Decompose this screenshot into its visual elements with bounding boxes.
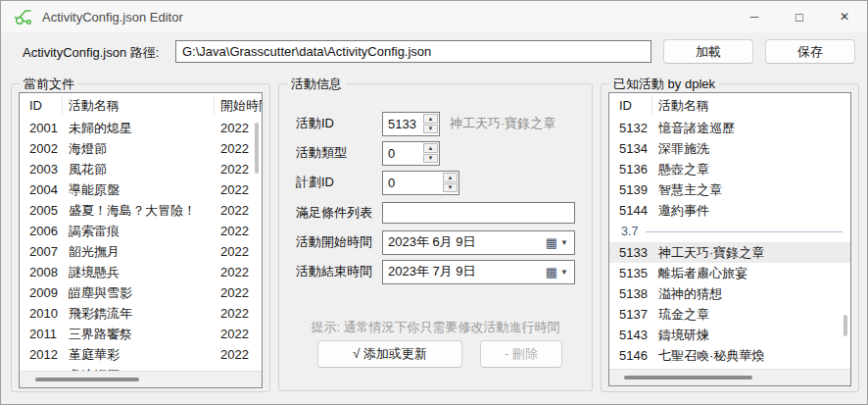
activity-info-group: 活動信息 活動ID 5133 ▲▼ 神工天巧·寶錄之章 活動類型 0 ▲▼ 計劃… <box>278 83 593 391</box>
activity-id-spinner[interactable]: 5133 ▲▼ <box>382 112 440 136</box>
cell-id: 2005 <box>20 200 63 221</box>
table-row[interactable]: 2008謎境懸兵2022 <box>20 262 262 282</box>
activity-info-title: 活動信息 <box>287 76 346 91</box>
cell-id: 2006 <box>20 221 63 241</box>
table-row[interactable]: 5133神工天巧·寶錄之章 <box>609 242 850 263</box>
table-row[interactable]: 2006謁索雷痕2022 <box>20 221 262 241</box>
schedule-id-value[interactable]: 0 <box>383 172 442 194</box>
table-row[interactable]: 5135離垢者肅心旅宴 <box>609 263 850 283</box>
spin-up-icon[interactable]: ▲ <box>423 143 438 153</box>
cell-start: 2022 <box>215 262 262 282</box>
table-row[interactable]: 5143鑄境研煉 <box>609 325 850 345</box>
cell-name: 皚塵與雪影 <box>63 282 215 303</box>
cell-name: 韶光撫月 <box>63 241 215 262</box>
table-row[interactable]: 2007韶光撫月2022 <box>20 241 262 262</box>
table-row[interactable]: 5146七聖召喚·秘典華煥 <box>609 345 850 366</box>
table-row[interactable]: 5139智慧主之章 <box>609 179 850 200</box>
grasscutter-logo-icon <box>14 8 33 25</box>
dropdown-arrow-icon[interactable]: ▼ <box>560 268 568 277</box>
cell-id: 5146 <box>609 345 652 366</box>
end-time-label: 活動結束時間 <box>296 263 382 280</box>
table-row[interactable]: 5136懸壺之章 <box>609 159 850 179</box>
cell-start: 2022 <box>215 324 262 344</box>
schedule-id-spinner[interactable]: 0 ▲▼ <box>382 171 459 195</box>
table-row[interactable]: 2012堇庭華彩2022 <box>20 344 262 365</box>
cell-id: 5144 <box>609 200 652 221</box>
table-row[interactable]: 2003風花節2022 <box>20 159 262 179</box>
table-row[interactable]: 5134深罪施洗 <box>609 138 850 159</box>
table-row[interactable]: 5137琉金之章 <box>609 304 850 325</box>
cell-name: 七聖召喚·秘典華煥 <box>652 345 850 366</box>
path-input[interactable] <box>175 40 651 63</box>
cell-id: 2010 <box>20 303 63 324</box>
cell-name: 神工天巧·寶錄之章 <box>652 242 850 263</box>
end-time-picker[interactable]: 2023年 7月 9日 ▦ ▼ <box>382 260 575 284</box>
title-bar: ActivityConfig.json Editor ─ □ ✕ <box>1 1 867 32</box>
close-button[interactable]: ✕ <box>822 1 867 32</box>
column-header-id[interactable]: ID <box>20 96 63 115</box>
column-header-start[interactable]: 開始時間 <box>215 96 262 115</box>
cell-name: 憶音諸途巡歷 <box>652 118 850 138</box>
horizontal-scrollbar-thumb[interactable] <box>624 376 752 380</box>
column-header-id[interactable]: ID <box>609 96 652 115</box>
cell-id: 2004 <box>20 179 63 200</box>
version-separator-label: 3.7 <box>609 225 638 238</box>
column-header-name[interactable]: 活動名稱 <box>652 96 850 115</box>
cell-name: 謁索雷痕 <box>63 221 215 241</box>
start-time-picker[interactable]: 2023年 6月 9日 ▦ ▼ <box>382 230 575 255</box>
cell-id: 5132 <box>609 118 652 138</box>
cell-name: 鑄境研煉 <box>652 325 850 345</box>
spin-up-icon[interactable]: ▲ <box>443 173 458 182</box>
dropdown-arrow-icon[interactable]: ▼ <box>560 238 568 247</box>
condition-list-input[interactable] <box>382 202 575 224</box>
column-header-name[interactable]: 活動名稱 <box>63 96 215 115</box>
vertical-scrollbar-thumb[interactable] <box>255 123 259 174</box>
activity-id-value[interactable]: 5133 <box>383 113 422 135</box>
cell-start: 2022 <box>215 344 262 365</box>
cell-name: 溢神的猜想 <box>652 283 850 304</box>
start-time-value[interactable]: 2023年 6月 9日 <box>383 233 546 251</box>
table-row[interactable]: 2011三界路饗祭2022 <box>20 324 262 344</box>
spin-down-icon[interactable]: ▼ <box>443 183 458 193</box>
current-file-title: 當前文件 <box>20 76 78 91</box>
cell-id: 5133 <box>609 242 652 263</box>
cell-id: 5139 <box>609 179 652 200</box>
minimize-button[interactable]: ─ <box>732 1 777 32</box>
table-row[interactable]: 5132憶音諸途巡歷 <box>609 118 850 138</box>
table-row[interactable]: 5138溢神的猜想 <box>609 283 850 304</box>
save-button[interactable]: 保存 <box>765 39 855 64</box>
maximize-button[interactable]: □ <box>777 1 822 32</box>
delete-button[interactable]: - 刪除 <box>480 340 562 368</box>
cell-name: 導能原盤 <box>63 179 215 200</box>
known-activities-table[interactable]: ID 活動名稱 5132憶音諸途巡歷5134深罪施洗5136懸壺之章5139智慧… <box>608 92 851 386</box>
table-header: ID 活動名稱 開始時間 <box>20 93 262 118</box>
activity-type-spinner[interactable]: 0 ▲▼ <box>382 141 440 166</box>
cell-id: 5135 <box>609 263 652 283</box>
horizontal-scrollbar[interactable] <box>20 371 262 387</box>
table-row[interactable]: 2001未歸的熄星2022 <box>20 118 262 138</box>
cell-start: 2022 <box>215 200 262 221</box>
activity-type-value[interactable]: 0 <box>383 142 422 165</box>
table-row[interactable]: 2010飛彩鐫流年2022 <box>20 303 262 324</box>
condition-list-label: 滿足條件列表 <box>296 204 382 222</box>
load-button[interactable]: 加載 <box>663 39 753 64</box>
spin-down-icon[interactable]: ▼ <box>423 154 438 164</box>
current-file-table[interactable]: ID 活動名稱 開始時間 2001未歸的熄星20222002海燈節2022200… <box>19 92 263 388</box>
horizontal-scrollbar-thumb[interactable] <box>35 378 139 381</box>
table-row[interactable]: 2004導能原盤2022 <box>20 179 262 200</box>
known-activities-group: 已知活動 by dplek ID 活動名稱 5132憶音諸途巡歷5134深罪施洗… <box>601 83 859 392</box>
table-row[interactable]: 2002海燈節2022 <box>20 138 262 159</box>
table-row[interactable]: 5144邀約事件 <box>609 200 850 221</box>
end-time-value[interactable]: 2023年 7月 9日 <box>383 263 546 280</box>
spin-up-icon[interactable]: ▲ <box>423 114 438 124</box>
cell-id: 5137 <box>609 304 652 325</box>
horizontal-scrollbar[interactable] <box>609 369 850 385</box>
cell-name: 琉金之章 <box>652 304 850 325</box>
spin-down-icon[interactable]: ▼ <box>423 125 438 134</box>
app-window: ActivityConfig.json Editor ─ □ ✕ Activit… <box>0 0 868 405</box>
table-row[interactable]: 2005盛夏！海島？大冒險！2022 <box>20 200 262 221</box>
vertical-scrollbar-thumb[interactable] <box>844 315 847 336</box>
activity-type-label: 活動類型 <box>296 144 382 162</box>
add-or-update-button[interactable]: √ 添加或更新 <box>317 340 462 368</box>
table-row[interactable]: 2009皚塵與雪影2022 <box>20 282 262 303</box>
